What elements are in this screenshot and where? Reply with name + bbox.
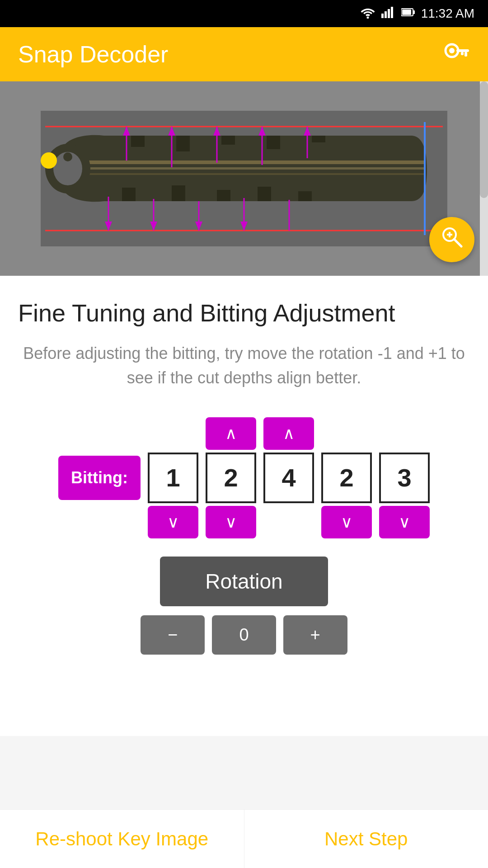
rotation-sub-btn-1[interactable]: − (141, 615, 205, 655)
rotation-sub-btn-2[interactable]: 0 (212, 615, 276, 655)
key-image-area (0, 81, 488, 276)
svg-rect-14 (63, 160, 425, 164)
key-photo (41, 106, 447, 251)
down-arrow-4[interactable]: ∨ (321, 506, 372, 538)
bottom-nav-left[interactable]: Re-shoot Key Image (0, 810, 244, 868)
zoom-icon (441, 226, 463, 254)
up-arrow-2[interactable]: ∧ (206, 417, 256, 450)
bitting-value-4: 2 (321, 453, 372, 503)
svg-rect-12 (461, 52, 464, 55)
rotation-sub-buttons: − 0 + (141, 615, 347, 655)
bitting-value-5: 3 (379, 453, 430, 503)
svg-rect-7 (402, 9, 411, 15)
wifi-icon (361, 6, 375, 21)
battery-icon (401, 8, 415, 19)
rotation-section: Rotation − 0 + (18, 557, 470, 655)
svg-rect-6 (413, 10, 415, 14)
bitting-value-2: 2 (206, 453, 256, 503)
svg-rect-2 (385, 11, 387, 18)
bitting-label: Bitting: (58, 456, 141, 500)
status-bar: 11:32 AM (0, 0, 488, 27)
svg-rect-10 (456, 49, 469, 52)
svg-rect-16 (63, 173, 425, 175)
zoom-button[interactable] (429, 217, 474, 262)
down-arrow-5[interactable]: ∨ (379, 506, 430, 538)
next-step-button[interactable]: Next Step (324, 828, 408, 850)
key-image-bg (0, 81, 488, 276)
bitting-column-5: ∧ 3 ∨ (379, 417, 430, 538)
signal-icon (381, 6, 395, 21)
down-arrow-2[interactable]: ∨ (206, 506, 256, 538)
app-title: Snap Decoder (18, 41, 168, 68)
svg-rect-4 (391, 7, 393, 18)
svg-rect-11 (465, 52, 467, 57)
bitting-column-1: ∧ 1 ∨ (148, 417, 198, 538)
svg-line-44 (454, 239, 461, 246)
status-time: 11:32 AM (421, 6, 474, 21)
rotation-button[interactable]: Rotation (160, 557, 328, 606)
up-arrow-3[interactable]: ∧ (263, 417, 314, 450)
bitting-value-1: 1 (148, 453, 198, 503)
bottom-nav: Re-shoot Key Image Next Step (0, 809, 488, 868)
bitting-column-2: ∧ 2 ∨ (206, 417, 256, 538)
svg-point-19 (63, 152, 72, 161)
bitting-controls: Bitting: ∧ 1 ∨ ∧ 2 ∨ ∧ 4 ∨ ∧ 2 ∨ ∧ 3 (18, 417, 470, 538)
main-content: Fine Tuning and Bitting Adjustment Befor… (0, 276, 488, 736)
scrollbar[interactable] (480, 81, 488, 276)
bottom-nav-right[interactable]: Next Step (244, 810, 488, 868)
svg-point-0 (366, 17, 369, 19)
header: Snap Decoder (0, 27, 488, 81)
scroll-thumb (480, 81, 488, 198)
svg-point-9 (449, 48, 455, 53)
bitting-value-3: 4 (263, 453, 314, 503)
bitting-column-3: ∧ 4 ∨ (263, 417, 314, 538)
section-desc: Before adjusting the bitting, try move t… (18, 341, 470, 390)
section-title: Fine Tuning and Bitting Adjustment (18, 298, 470, 328)
svg-rect-15 (63, 167, 425, 170)
bitting-column-4: ∧ 2 ∨ (321, 417, 372, 538)
reshoot-button[interactable]: Re-shoot Key Image (35, 828, 208, 850)
status-icons: 11:32 AM (361, 6, 474, 21)
svg-rect-3 (388, 9, 390, 18)
rotation-sub-btn-3[interactable]: + (283, 615, 347, 655)
key-icon (443, 38, 470, 71)
svg-rect-1 (381, 14, 384, 18)
down-arrow-1[interactable]: ∨ (148, 506, 198, 538)
